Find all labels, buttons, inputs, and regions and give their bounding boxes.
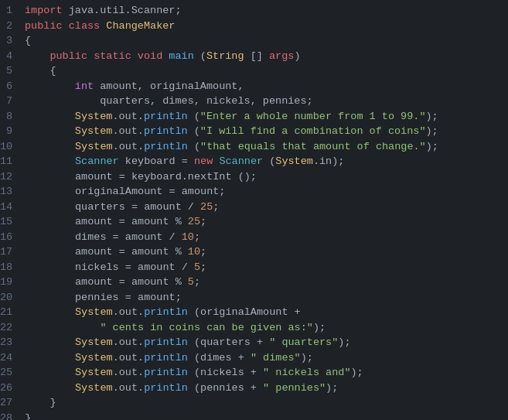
code-line: amount = amount % 5; [25, 275, 200, 290]
table-row: 23 System.out.println (quarters + " quar… [0, 335, 438, 350]
code-line: public static void main (String [] args) [25, 49, 301, 64]
code-line: import java.util.Scanner; [25, 3, 182, 19]
table-row: 21 System.out.println (originalAmount + [0, 305, 438, 320]
table-row: 27 } [0, 395, 438, 411]
line-number: 23 [0, 335, 25, 350]
line-number: 21 [0, 305, 25, 320]
line-number: 2 [0, 19, 25, 34]
table-row: 6 int amount, originalAmount, [0, 79, 438, 94]
line-number: 6 [0, 79, 25, 94]
line-number: 12 [0, 169, 25, 185]
table-row: 13 originalAmount = amount; [0, 184, 438, 200]
line-number: 18 [0, 260, 25, 275]
code-line: Scanner keyboard = new Scanner (System.i… [25, 154, 344, 169]
table-row: 17 amount = amount % 10; [0, 244, 438, 260]
line-number: 20 [0, 290, 25, 306]
table-row: 14 quarters = amount / 25; [0, 200, 438, 215]
table-row: 24 System.out.println (dimes + " dimes")… [0, 350, 438, 366]
line-number: 5 [0, 63, 25, 79]
line-number: 27 [0, 395, 25, 411]
code-line: " cents in coins can be given as:"); [25, 320, 326, 336]
code-line: int amount, originalAmount, [25, 79, 244, 94]
code-line: System.out.println ("that equals that am… [25, 139, 438, 155]
line-number: 1 [0, 3, 25, 19]
line-number: 28 [0, 411, 25, 421]
code-line: quarters = amount / 25; [25, 200, 219, 215]
line-number: 17 [0, 244, 25, 260]
code-line: { [25, 33, 31, 49]
line-number: 4 [0, 49, 25, 64]
table-row: 25 System.out.println (nickels + " nicke… [0, 365, 438, 381]
table-row: 7 quarters, dimes, nickels, pennies; [0, 94, 438, 109]
table-row: 3{ [0, 33, 438, 49]
line-number: 15 [0, 214, 25, 230]
table-row: 19 amount = amount % 5; [0, 275, 438, 290]
table-row: 5 { [0, 63, 438, 79]
table-row: 28} [0, 411, 438, 421]
table-row: 15 amount = amount % 25; [0, 214, 438, 230]
code-line: System.out.println (dimes + " dimes"); [25, 350, 313, 366]
line-number: 3 [0, 33, 25, 49]
table-row: 18 nickels = amount / 5; [0, 260, 438, 275]
line-number: 16 [0, 230, 25, 245]
line-number: 19 [0, 275, 25, 290]
table-row: 12 amount = keyboard.nextInt (); [0, 169, 438, 185]
line-number: 9 [0, 124, 25, 139]
table-row: 4 public static void main (String [] arg… [0, 49, 438, 64]
code-line: } [25, 395, 56, 411]
line-number: 8 [0, 109, 25, 125]
code-line: System.out.println ("Enter a whole numbe… [25, 109, 438, 125]
code-line: amount = amount % 25; [25, 214, 206, 230]
code-line: amount = amount % 10; [25, 244, 206, 260]
table-row: 1import java.util.Scanner; [0, 3, 438, 19]
table-row: 26 System.out.println (pennies + " penni… [0, 381, 438, 396]
code-editor: 1import java.util.Scanner;2public class … [0, 0, 508, 420]
code-line: originalAmount = amount; [25, 184, 225, 200]
table-row: 9 System.out.println ("I will find a com… [0, 124, 438, 139]
table-row: 2public class ChangeMaker [0, 19, 438, 34]
line-number: 7 [0, 94, 25, 109]
code-line: System.out.println (originalAmount + [25, 305, 300, 320]
code-line: } [25, 411, 31, 421]
table-row: 16 dimes = amount / 10; [0, 230, 438, 245]
line-number: 10 [0, 139, 25, 155]
code-line: public class ChangeMaker [25, 19, 175, 34]
line-number: 13 [0, 184, 25, 200]
code-line: System.out.println (nickels + " nickels … [25, 365, 363, 381]
table-row: 22 " cents in coins can be given as:"); [0, 320, 438, 336]
line-number: 11 [0, 154, 25, 169]
table-row: 10 System.out.println ("that equals that… [0, 139, 438, 155]
table-row: 20 pennies = amount; [0, 290, 438, 306]
code-line: { [25, 63, 56, 79]
code-line: System.out.println ("I will find a combi… [25, 124, 438, 139]
code-line: pennies = amount; [25, 290, 182, 306]
code-line: System.out.println (quarters + " quarter… [25, 335, 350, 350]
line-number: 22 [0, 320, 25, 336]
code-line: amount = keyboard.nextInt (); [25, 169, 257, 185]
code-line: dimes = amount / 10; [25, 230, 200, 245]
line-number: 14 [0, 200, 25, 215]
code-content: 1import java.util.Scanner;2public class … [0, 3, 438, 420]
table-row: 11 Scanner keyboard = new Scanner (Syste… [0, 154, 438, 169]
code-line: System.out.println (pennies + " pennies"… [25, 381, 338, 396]
line-number: 25 [0, 365, 25, 381]
code-line: quarters, dimes, nickels, pennies; [25, 94, 313, 109]
code-line: nickels = amount / 5; [25, 260, 206, 275]
table-row: 8 System.out.println ("Enter a whole num… [0, 109, 438, 125]
line-number: 24 [0, 350, 25, 366]
line-number: 26 [0, 381, 25, 396]
